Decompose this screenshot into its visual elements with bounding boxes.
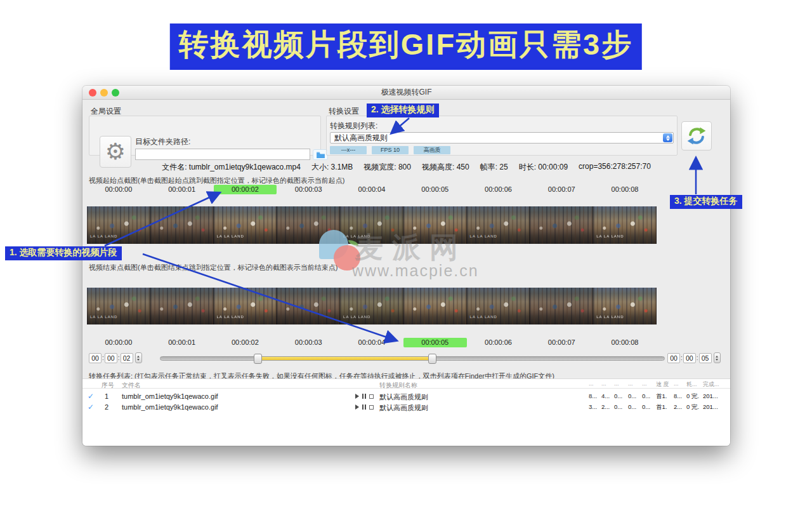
timestamp[interactable]: 00:00:04 bbox=[340, 185, 403, 194]
stepper-updown-icon[interactable] bbox=[714, 352, 721, 363]
video-frame[interactable] bbox=[530, 206, 593, 244]
close-window-button[interactable] bbox=[89, 89, 96, 97]
end-seconds-field[interactable]: 05 bbox=[699, 353, 712, 363]
video-frame[interactable] bbox=[277, 288, 340, 324]
task-col: 0... bbox=[628, 392, 640, 401]
video-frame[interactable] bbox=[530, 288, 593, 324]
refresh-arrows-icon bbox=[685, 124, 708, 147]
window-titlebar[interactable]: 极速视频转GIF bbox=[82, 86, 730, 100]
timestamp[interactable]: 00:00:08 bbox=[593, 185, 657, 194]
task-col: 0 完. bbox=[686, 392, 701, 401]
frame-caption: LA LA LAND bbox=[90, 315, 117, 319]
video-frame[interactable] bbox=[150, 288, 214, 324]
stop-icon[interactable] bbox=[369, 405, 374, 410]
end-strip-label: 视频结束点截图(单击截图结束点跳到指定位置，标记绿色的截图表示当前结束点) bbox=[89, 263, 337, 272]
video-frame[interactable]: LA LA LAND bbox=[214, 288, 277, 324]
timestamp[interactable]: 00:00:07 bbox=[530, 338, 593, 347]
video-frame[interactable] bbox=[277, 206, 340, 244]
start-filmstrip: LA LA LANDLA LA LANDLA LA LANDLA LA LAND… bbox=[87, 206, 657, 244]
video-frame[interactable] bbox=[150, 206, 214, 244]
play-icon[interactable] bbox=[355, 404, 359, 410]
video-frame[interactable]: LA LA LAND bbox=[87, 288, 150, 324]
header-col: ... bbox=[601, 380, 612, 389]
timestamp[interactable]: 00:00:06 bbox=[467, 338, 530, 347]
zoom-window-button[interactable] bbox=[112, 89, 119, 97]
task-col: 2... bbox=[674, 403, 684, 411]
annotation-step2: 2. 选择转换规则 bbox=[367, 104, 439, 117]
start-minutes-field[interactable]: 00 bbox=[105, 353, 117, 363]
task-rule: 默认高画质规则 bbox=[379, 392, 428, 402]
pause-icon[interactable] bbox=[362, 404, 366, 410]
timestamp[interactable]: 00:00:03 bbox=[277, 185, 340, 194]
task-row[interactable]: ✓ 2 tumblr_om1ietqy9k1qewaco.gif 默认高画质规则… bbox=[82, 402, 730, 413]
end-filmstrip: LA LA LANDLA LA LANDLA LA LANDLA LA LAND… bbox=[87, 288, 657, 324]
minimize-window-button[interactable] bbox=[100, 89, 108, 97]
timestamp[interactable]: 00:00:00 bbox=[87, 338, 150, 347]
start-seconds-field[interactable]: 02 bbox=[121, 353, 133, 363]
timestamp[interactable]: 00:00:04 bbox=[340, 338, 403, 347]
video-frame[interactable] bbox=[403, 288, 467, 324]
task-index: 2 bbox=[102, 403, 112, 411]
start-hours-field[interactable]: 00 bbox=[89, 353, 102, 363]
timestamp[interactable]: 00:00:02 bbox=[214, 185, 277, 194]
target-folder-input[interactable] bbox=[135, 149, 310, 160]
task-col: 3... bbox=[589, 403, 599, 411]
timestamp[interactable]: 00:00:07 bbox=[530, 185, 593, 194]
task-filename: tumblr_om1ietqy9k1qewaco.gif bbox=[122, 392, 218, 400]
folder-icon bbox=[316, 151, 325, 158]
task-extra-values: 3... 2... 0... 0... 0... 首1. 2... 0 完. 2… bbox=[589, 403, 724, 411]
task-col: 0... bbox=[614, 392, 626, 401]
video-frame[interactable]: LA LA LAND bbox=[467, 288, 530, 324]
video-frame[interactable]: LA LA LAND bbox=[87, 206, 150, 244]
timestamp[interactable]: 00:00:02 bbox=[214, 338, 277, 347]
stop-icon[interactable] bbox=[369, 394, 374, 399]
range-slider-end-thumb[interactable] bbox=[428, 354, 436, 364]
file-info-duration: 时长: 00:00:09 bbox=[519, 162, 568, 173]
timestamp[interactable]: 00:00:06 bbox=[467, 185, 530, 194]
pause-icon[interactable] bbox=[362, 394, 366, 399]
file-info-bar: 文件名: tumblr_om1ietqy9k1qewaco.mp4 大小: 3.… bbox=[82, 162, 730, 173]
submit-task-button[interactable] bbox=[681, 121, 712, 150]
rule-tag-fps: FPS 10 bbox=[372, 146, 409, 154]
video-frame[interactable] bbox=[403, 206, 467, 244]
end-time-stepper: 00 : 00 : 05 bbox=[667, 352, 721, 363]
video-frame[interactable]: LA LA LAND bbox=[340, 288, 403, 324]
timestamp[interactable]: 00:00:08 bbox=[593, 338, 657, 347]
video-frame[interactable]: LA LA LAND bbox=[593, 206, 657, 244]
timestamp[interactable]: 00:00:01 bbox=[150, 185, 214, 194]
rule-select[interactable]: 默认高画质规则 bbox=[330, 132, 674, 144]
task-row[interactable]: ✓ 1 tumblr_om1ietqy9k1qewaco.gif 默认高画质规则… bbox=[82, 391, 730, 402]
video-frame[interactable]: LA LA LAND bbox=[593, 288, 657, 324]
annotation-step1: 1. 选取需要转换的视频片段 bbox=[5, 246, 122, 260]
timestamp[interactable]: 00:00:05 bbox=[403, 185, 467, 194]
time-separator: : bbox=[118, 354, 120, 361]
target-folder-label: 目标文件夹路径: bbox=[135, 137, 190, 147]
range-slider-track[interactable] bbox=[160, 356, 665, 361]
video-frame[interactable]: LA LA LAND bbox=[467, 206, 530, 244]
task-col: 首1. bbox=[656, 403, 672, 411]
frame-caption: LA LA LAND bbox=[343, 315, 370, 319]
stepper-updown-icon[interactable] bbox=[135, 352, 142, 363]
task-col: 4... bbox=[601, 392, 612, 401]
header-filename: 文件名 bbox=[122, 381, 141, 390]
header-col: ... bbox=[628, 380, 640, 389]
video-frame[interactable]: LA LA LAND bbox=[340, 206, 403, 244]
timestamp[interactable]: 00:00:05 bbox=[403, 338, 467, 347]
end-hours-field[interactable]: 00 bbox=[667, 353, 680, 363]
play-icon[interactable] bbox=[355, 394, 359, 399]
video-frame[interactable]: LA LA LAND bbox=[214, 206, 277, 244]
range-slider-start-thumb[interactable] bbox=[254, 354, 262, 364]
page-title-banner: 转换视频片段到GIF动画只需3步 bbox=[170, 23, 642, 70]
task-controls bbox=[355, 404, 374, 410]
task-col: 0 完. bbox=[686, 403, 701, 411]
task-extra-values: 8... 4... 0... 0... 0... 首1. 8... 0 完. 2… bbox=[589, 392, 724, 401]
timestamp[interactable]: 00:00:00 bbox=[87, 185, 150, 194]
timestamp[interactable]: 00:00:03 bbox=[277, 338, 340, 347]
timestamp[interactable]: 00:00:01 bbox=[150, 338, 214, 347]
end-minutes-field[interactable]: 00 bbox=[683, 353, 696, 363]
chevron-updown-icon[interactable] bbox=[663, 133, 672, 142]
task-col: 8... bbox=[674, 392, 684, 401]
header-rule: 转换规则名称 bbox=[379, 381, 417, 390]
frame-caption: LA LA LAND bbox=[596, 234, 624, 238]
header-col: 耗... bbox=[686, 380, 701, 389]
